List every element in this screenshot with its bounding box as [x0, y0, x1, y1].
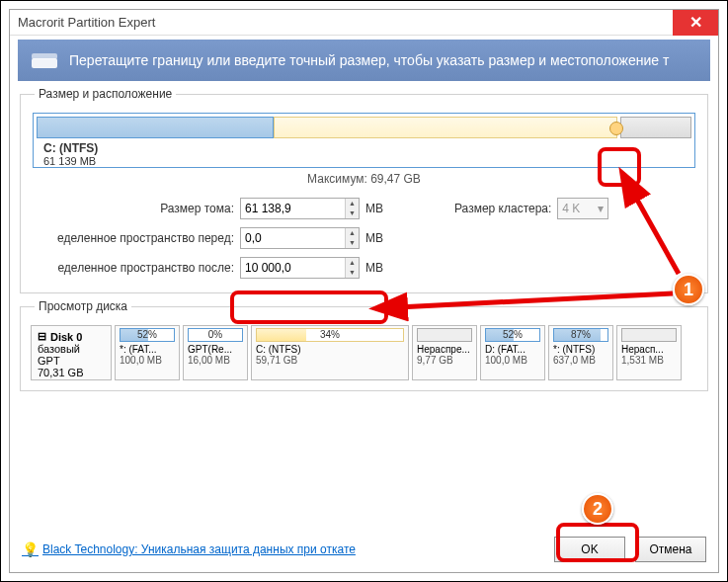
space-after-label: еделенное пространство после: — [29, 261, 234, 275]
titlebar: Macrorit Partition Expert ✕ — [10, 10, 718, 36]
space-before-spinner[interactable]: ▲▼ — [240, 227, 360, 249]
unit-label: MB — [365, 202, 389, 215]
svg-rect-0 — [32, 58, 57, 68]
partition-item[interactable]: 52%D: (FAT...100,0 MB — [480, 325, 545, 380]
space-after-input[interactable] — [241, 258, 345, 278]
volume-size-spinner[interactable]: ▲▼ — [240, 198, 360, 219]
drive-icon — [30, 49, 59, 71]
spinner-down-icon[interactable]: ▼ — [346, 208, 359, 218]
partition-item[interactable]: 52%*: (FAT...100,0 MB — [115, 325, 180, 380]
black-technology-link[interactable]: 💡 Black Technology: Уникальная защита да… — [22, 541, 356, 557]
bulb-icon: 💡 — [22, 541, 39, 557]
partition-item[interactable]: Нераспре...9,77 GB — [412, 325, 477, 380]
cancel-button[interactable]: Отмена — [635, 537, 706, 562]
chevron-down-icon: ▾ — [598, 202, 604, 215]
spinner-up-icon[interactable]: ▲ — [346, 199, 359, 208]
partition-item[interactable]: 0%GPT(Re...16,00 MB — [183, 325, 248, 380]
cluster-size-select[interactable]: 4 K▾ — [557, 198, 608, 219]
disk-icon: ⊟ — [38, 330, 46, 343]
volume-size-label: Размер тома: — [29, 202, 234, 215]
size-position-group: Размер и расположение C: (NTFS) 61 139 M… — [20, 87, 708, 293]
disk-preview-group: Просмотр диска ⊟Disk 0 базовый GPT 70,31… — [20, 299, 708, 391]
disk-info: ⊟Disk 0 базовый GPT 70,31 GB — [31, 325, 112, 380]
slider-free-region — [620, 117, 691, 138]
partition-item[interactable]: 34%C: (NTFS)59,71 GB — [251, 325, 409, 380]
slider-allocated-region — [274, 117, 617, 138]
slider-used-region — [37, 117, 274, 138]
partition-slider[interactable]: C: (NTFS) 61 139 MB — [33, 113, 695, 168]
size-legend: Размер и расположение — [35, 87, 176, 101]
ok-button[interactable]: OK — [554, 537, 625, 562]
space-after-spinner[interactable]: ▲▼ — [240, 257, 360, 279]
space-before-label: еделенное пространство перед: — [29, 231, 234, 245]
cluster-size-label: Размер кластера: — [454, 202, 551, 215]
slider-handle[interactable] — [609, 122, 623, 135]
slider-partition-label: C: (NTFS) 61 139 MB — [43, 141, 98, 167]
banner-text: Перетащите границу или введите точный ра… — [69, 52, 669, 68]
partition-item[interactable]: Нерасп...1,531 MB — [616, 325, 682, 380]
svg-rect-1 — [32, 53, 57, 59]
preview-legend: Просмотр диска — [35, 299, 131, 313]
space-before-input[interactable] — [241, 228, 345, 248]
window-title: Macrorit Partition Expert — [18, 15, 155, 30]
partition-item[interactable]: 87%*: (NTFS)637,0 MB — [548, 325, 613, 380]
close-button[interactable]: ✕ — [673, 10, 718, 36]
instruction-banner: Перетащите границу или введите точный ра… — [18, 40, 710, 81]
maximum-label: Максимум: 69,47 GB — [29, 172, 699, 186]
volume-size-input[interactable] — [241, 199, 345, 218]
